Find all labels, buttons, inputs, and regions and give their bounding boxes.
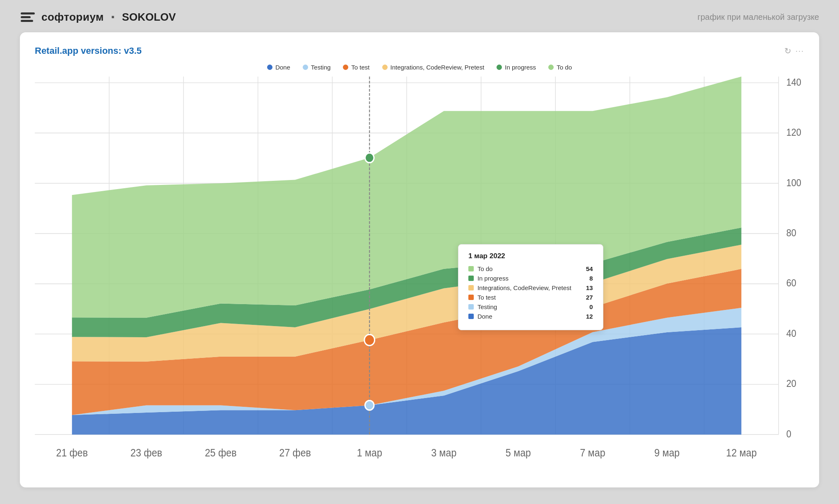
svg-point-23 bbox=[364, 334, 375, 346]
svg-text:1 мар: 1 мар bbox=[357, 447, 382, 459]
svg-text:27 фев: 27 фев bbox=[279, 447, 311, 459]
card-actions: ↻ ··· bbox=[784, 46, 804, 56]
svg-text:21 фев: 21 фев bbox=[56, 447, 88, 459]
legend-label: Integrations, CodeReview, Pretest bbox=[391, 64, 485, 71]
svg-rect-0 bbox=[21, 12, 35, 14]
brand-name: SOKOLOV bbox=[122, 11, 176, 24]
svg-rect-2 bbox=[21, 20, 33, 22]
tooltip-row: Testing 0 bbox=[468, 303, 593, 310]
svg-text:25 фев: 25 фев bbox=[205, 447, 237, 459]
tooltip-swatch bbox=[468, 314, 474, 319]
svg-text:80: 80 bbox=[786, 228, 796, 238]
svg-text:120: 120 bbox=[786, 127, 801, 138]
chart-tooltip: 1 мар 2022 To do 54 In progress 8 Integr… bbox=[458, 244, 603, 330]
tooltip-row-label: Testing bbox=[468, 303, 497, 310]
tooltip-row: To do 54 bbox=[468, 265, 593, 272]
card-header: Retail.app versions: v3.5 ↻ ··· bbox=[35, 46, 804, 56]
legend-item: To do bbox=[548, 64, 572, 71]
tooltip-row: To test 27 bbox=[468, 294, 593, 301]
legend-item: Integrations, CodeReview, Pretest bbox=[382, 64, 485, 71]
chart-legend: Done Testing To test Integrations, CodeR… bbox=[35, 64, 804, 71]
chart-svg-container: 21 фев 23 фев 25 фев 27 фев 1 мар 3 мар … bbox=[35, 77, 804, 476]
legend-item: To test bbox=[343, 64, 369, 71]
tooltip-label-text: To do bbox=[477, 265, 493, 272]
svg-text:7 мар: 7 мар bbox=[580, 447, 605, 459]
legend-label: Done bbox=[275, 64, 290, 71]
legend-label: Testing bbox=[311, 64, 331, 71]
tooltip-label-text: Done bbox=[477, 313, 492, 320]
chart-area: 21 фев 23 фев 25 фев 27 фев 1 мар 3 мар … bbox=[35, 77, 804, 476]
tooltip-row-label: Integrations, CodeReview, Pretest bbox=[468, 284, 571, 291]
legend-dot bbox=[303, 65, 308, 70]
tooltip-row-label: Done bbox=[468, 313, 492, 320]
tooltip-swatch bbox=[468, 304, 474, 310]
tooltip-label-text: Integrations, CodeReview, Pretest bbox=[477, 284, 571, 291]
logo-icon bbox=[20, 9, 36, 25]
tooltip-value: 54 bbox=[581, 265, 593, 272]
svg-text:9 мар: 9 мар bbox=[654, 447, 680, 459]
legend-item: In progress bbox=[497, 64, 536, 71]
tooltip-value: 8 bbox=[581, 275, 593, 282]
tooltip-row: In progress 8 bbox=[468, 275, 593, 282]
tooltip-value: 13 bbox=[581, 284, 593, 291]
legend-label: To do bbox=[557, 64, 572, 71]
refresh-icon[interactable]: ↻ bbox=[784, 46, 791, 56]
tooltip-swatch bbox=[468, 295, 474, 300]
svg-text:20: 20 bbox=[786, 379, 796, 389]
tooltip-value: 12 bbox=[581, 313, 593, 320]
svg-text:5 мар: 5 мар bbox=[506, 447, 531, 459]
page-subtitle: график при маленькой загрузке bbox=[697, 12, 819, 22]
svg-rect-1 bbox=[21, 16, 31, 18]
tooltip-row-label: In progress bbox=[468, 275, 509, 282]
legend-item: Done bbox=[267, 64, 290, 71]
legend-dot bbox=[267, 65, 272, 70]
tooltip-swatch bbox=[468, 285, 474, 290]
legend-dot bbox=[548, 65, 554, 70]
tooltip-row: Integrations, CodeReview, Pretest 13 bbox=[468, 284, 593, 291]
svg-text:23 фев: 23 фев bbox=[130, 447, 162, 459]
tooltip-row-label: To do bbox=[468, 265, 493, 272]
legend-label: To test bbox=[351, 64, 369, 71]
svg-text:60: 60 bbox=[786, 278, 796, 289]
tooltip-row: Done 12 bbox=[468, 313, 593, 320]
svg-text:140: 140 bbox=[786, 77, 801, 88]
legend-dot bbox=[382, 65, 388, 70]
top-bar: софториум ▪ SOKOLOV график при маленькой… bbox=[0, 0, 839, 32]
logo-area: софториум ▪ SOKOLOV bbox=[20, 9, 176, 25]
legend-label: In progress bbox=[505, 64, 536, 71]
tooltip-value: 27 bbox=[581, 294, 593, 301]
more-options-icon[interactable]: ··· bbox=[796, 47, 804, 55]
svg-point-22 bbox=[365, 153, 374, 163]
tooltip-value: 0 bbox=[581, 303, 593, 310]
legend-dot bbox=[343, 65, 348, 70]
svg-text:3 мар: 3 мар bbox=[431, 447, 456, 459]
tooltip-date: 1 мар 2022 bbox=[468, 252, 593, 260]
tooltip-row-label: To test bbox=[468, 294, 496, 301]
card-title: Retail.app versions: v3.5 bbox=[35, 46, 142, 56]
logo-separator: ▪ bbox=[111, 12, 115, 22]
tooltip-label-text: To test bbox=[477, 294, 496, 301]
svg-text:12 мар: 12 мар bbox=[726, 447, 757, 459]
tooltip-swatch bbox=[468, 266, 474, 271]
logo-text: софториум bbox=[41, 11, 104, 24]
svg-text:0: 0 bbox=[786, 429, 791, 439]
svg-text:100: 100 bbox=[786, 178, 801, 188]
tooltip-label-text: Testing bbox=[477, 303, 497, 310]
svg-text:40: 40 bbox=[786, 328, 796, 339]
chart-card: Retail.app versions: v3.5 ↻ ··· Done Tes… bbox=[20, 32, 819, 487]
tooltip-swatch bbox=[468, 276, 474, 281]
tooltip-label-text: In progress bbox=[477, 275, 509, 282]
legend-dot bbox=[497, 65, 502, 70]
legend-item: Testing bbox=[303, 64, 331, 71]
svg-point-24 bbox=[365, 401, 374, 410]
